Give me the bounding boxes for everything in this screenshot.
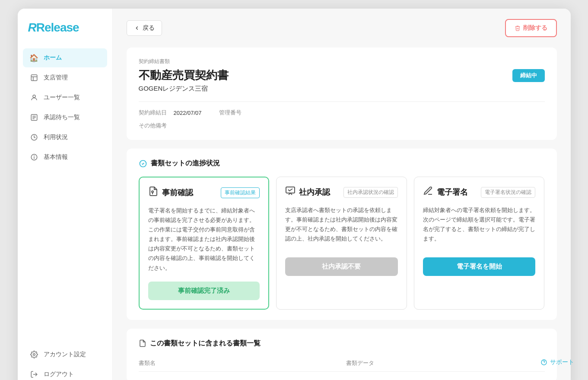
- sidebar-item-account[interactable]: アカウント設定: [23, 345, 107, 364]
- e-signature-body: 締結対象者への電子署名依頼を開始します。次のページで締結順を選択可能です。電子署…: [423, 206, 536, 249]
- e-signature-link[interactable]: 電子署名状況の確認: [481, 187, 535, 198]
- sidebar-bottom: アカウント設定 ログアウト: [18, 345, 112, 380]
- pre-check-icon: [148, 186, 159, 199]
- logo-text: RRelease: [28, 21, 79, 34]
- delete-button-label: 削除する: [523, 24, 547, 32]
- trash-icon: [515, 25, 521, 31]
- document-list-icon: [139, 339, 146, 347]
- contract-title-row: 不動産売買契約書 締結中: [139, 68, 545, 83]
- back-button-label: 戻る: [143, 24, 155, 32]
- svg-point-15: [152, 191, 153, 193]
- svg-point-3: [33, 95, 35, 98]
- internal-approval-header: 社内承認 社内承認状況の確認: [285, 186, 398, 199]
- status-badge: 締結中: [512, 69, 545, 82]
- documents-section: この書類セットに含まれる書類一覧 書類名 書類データ: [127, 329, 557, 380]
- sidebar-item-home[interactable]: 🏠 ホーム: [23, 48, 107, 67]
- pre-check-card: 事前確認 事前確認結果 電子署名を開始するまでに、締結対象者への事前確認を完了さ…: [139, 177, 270, 310]
- support-label: サポート: [550, 358, 571, 366]
- sidebar-item-usage-label: 利用状況: [44, 133, 68, 141]
- internal-approval-link[interactable]: 社内承認状況の確認: [343, 187, 398, 198]
- remarks-section: その他備考: [139, 117, 545, 130]
- check-circle-icon: [139, 159, 147, 168]
- sidebar-item-approvals[interactable]: 承認待ち一覧: [23, 108, 107, 127]
- users-icon: [30, 93, 38, 102]
- pre-check-title-row: 事前確認: [148, 186, 193, 199]
- svg-rect-0: [31, 75, 37, 81]
- e-signature-title: 電子署名: [437, 187, 468, 197]
- internal-approval-card: 社内承認 社内承認状況の確認 支店承認者へ書類セットの承認を依頼します。事前確認…: [276, 177, 407, 310]
- back-button[interactable]: 戻る: [127, 20, 162, 36]
- usage-icon: [30, 133, 38, 142]
- doc-col-name: 書類名: [139, 359, 337, 367]
- sidebar-nav: 🏠 ホーム 支店管理 ユーザー一覧 承認待ち一覧: [18, 48, 112, 345]
- chevron-left-icon: [134, 25, 140, 31]
- ref-meta: 管理番号: [219, 109, 248, 117]
- sidebar-item-approvals-label: 承認待ち一覧: [44, 114, 80, 121]
- pre-check-link[interactable]: 事前確認結果: [221, 187, 260, 198]
- internal-approval-body: 支店承認者へ書類セットの承認を依頼します。事前確認または社内承認開始後は内容変更…: [285, 206, 398, 249]
- sidebar-item-info-label: 基本情報: [44, 153, 68, 161]
- sidebar-item-logout[interactable]: ログアウト: [23, 365, 107, 380]
- e-signature-icon: [423, 186, 433, 199]
- pre-check-title: 事前確認: [162, 187, 193, 198]
- logout-icon: [30, 370, 38, 379]
- remarks-label: その他備考: [139, 122, 167, 129]
- internal-approval-action-button[interactable]: 社内承認不要: [285, 257, 398, 276]
- date-value: 2022/07/07: [174, 110, 202, 116]
- info-icon: [30, 153, 38, 162]
- pre-check-body: 電子署名を開始するまでに、締結対象者への事前確認を完了させる必要があります。この…: [148, 206, 260, 273]
- progress-section: 書類セットの進捗状況 事前確認 事前確認結果 電子署名を開始するまでに、: [127, 149, 557, 320]
- e-signature-title-row: 電子署名: [423, 186, 468, 199]
- main-content: 戻る 削除する 契約締結書類 不動産売買契約書 締結中 GOGENレジデンス三宿…: [113, 9, 571, 380]
- contract-subtitle: GOGENレジデンス三宿: [139, 85, 545, 93]
- doc-table-header: 書類名 書類データ: [139, 355, 545, 372]
- sidebar-item-info[interactable]: 基本情報: [23, 148, 107, 167]
- sidebar-item-users[interactable]: ユーザー一覧: [23, 88, 107, 107]
- progress-section-title: 書類セットの進捗状況: [139, 159, 545, 168]
- sidebar-item-logout-label: ログアウト: [44, 370, 74, 378]
- contract-meta: 契約締結日 2022/07/07 管理番号: [139, 101, 545, 117]
- home-icon: 🏠: [30, 54, 38, 62]
- sidebar: RRelease 🏠 ホーム 支店管理 ユーザー一覧: [18, 9, 113, 380]
- contract-type: 契約締結書類: [139, 58, 545, 65]
- internal-approval-title: 社内承認: [299, 187, 330, 197]
- pre-check-action-button[interactable]: 事前確認完了済み: [148, 282, 260, 300]
- account-icon: [30, 350, 38, 359]
- sidebar-item-account-label: アカウント設定: [44, 351, 86, 358]
- date-label: 契約締結日: [139, 109, 167, 117]
- sidebar-item-branch-label: 支店管理: [44, 74, 68, 82]
- approvals-icon: [30, 113, 38, 122]
- branch-icon: [30, 73, 38, 82]
- top-bar: 戻る 削除する: [127, 19, 557, 37]
- e-signature-header: 電子署名 電子署名状況の確認: [423, 186, 536, 199]
- internal-approval-icon: [285, 186, 296, 199]
- ref-label: 管理番号: [219, 109, 242, 117]
- progress-cards: 事前確認 事前確認結果 電子署名を開始するまでに、締結対象者への事前確認を完了さ…: [139, 177, 545, 310]
- logo: RRelease: [18, 9, 112, 48]
- contract-header: 契約締結書類 不動産売買契約書 締結中 GOGENレジデンス三宿 契約締結日 2…: [127, 48, 557, 140]
- sidebar-item-branch[interactable]: 支店管理: [23, 68, 107, 87]
- internal-approval-title-row: 社内承認: [285, 186, 330, 199]
- sidebar-item-usage[interactable]: 利用状況: [23, 128, 107, 147]
- support-link[interactable]: サポート: [540, 358, 571, 366]
- contract-title: 不動産売買契約書: [139, 68, 229, 83]
- sidebar-item-home-label: ホーム: [44, 54, 62, 62]
- e-signature-card: 電子署名 電子署名状況の確認 締結対象者への電子署名依頼を開始します。次のページ…: [414, 177, 545, 310]
- svg-point-12: [33, 353, 35, 355]
- pre-check-header: 事前確認 事前確認結果: [148, 186, 260, 199]
- support-icon: [540, 359, 547, 366]
- sidebar-item-users-label: ユーザー一覧: [44, 94, 80, 101]
- date-meta: 契約締結日 2022/07/07: [139, 109, 202, 117]
- documents-section-title: この書類セットに含まれる書類一覧: [139, 339, 545, 348]
- e-signature-action-button[interactable]: 電子署名を開始: [423, 257, 536, 276]
- doc-col-data: 書類データ: [346, 359, 545, 367]
- svg-point-11: [34, 156, 34, 156]
- delete-button[interactable]: 削除する: [505, 19, 557, 37]
